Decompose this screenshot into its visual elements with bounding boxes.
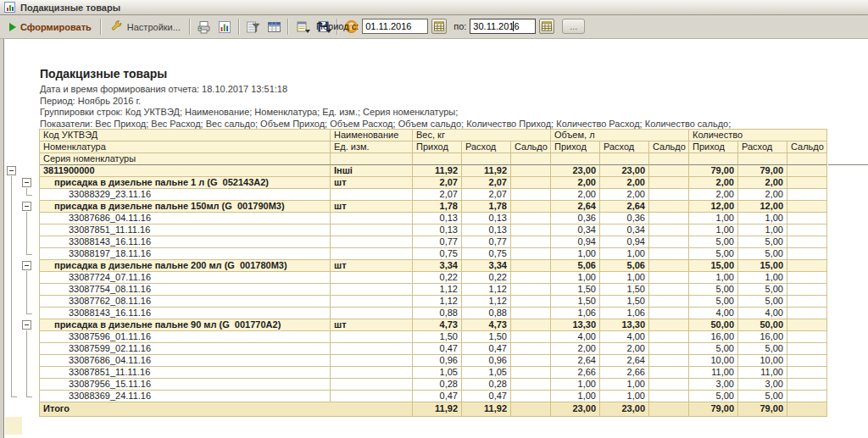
cell-value[interactable]	[787, 379, 827, 391]
cell-value[interactable]: 12,00	[738, 201, 787, 213]
cell-value[interactable]	[511, 343, 551, 355]
cell-name[interactable]: 33087686_04.11.16	[40, 213, 331, 225]
cell-unit[interactable]	[331, 379, 413, 391]
cell-value[interactable]	[511, 284, 551, 296]
cell-value[interactable]: 11,92	[462, 402, 511, 417]
cell-name[interactable]: 3811900000	[40, 165, 331, 177]
cell-value[interactable]: 79,00	[689, 165, 738, 177]
cell-unit[interactable]	[331, 248, 413, 260]
cell-value[interactable]	[787, 248, 827, 260]
cell-value[interactable]: 2,66	[551, 367, 600, 379]
cell-value[interactable]: 3,34	[413, 260, 462, 272]
cell-value[interactable]	[649, 343, 689, 355]
cell-value[interactable]: 2,07	[413, 189, 462, 201]
cell-value[interactable]	[787, 189, 827, 201]
generate-button[interactable]: Сформировать	[3, 18, 97, 36]
cell-value[interactable]	[787, 296, 827, 308]
cell-value[interactable]	[511, 296, 551, 308]
cell-value[interactable]	[649, 355, 689, 367]
cell-value[interactable]: 2,64	[551, 355, 600, 367]
cell-value[interactable]	[511, 379, 551, 391]
cell-value[interactable]: 0,75	[413, 248, 462, 260]
cell-value[interactable]	[787, 367, 827, 379]
cell-unit[interactable]	[331, 331, 413, 343]
cell-value[interactable]: 1,00	[551, 379, 600, 391]
cell-value[interactable]: 2,00	[600, 189, 649, 201]
cell-value[interactable]	[787, 391, 827, 402]
cell-value[interactable]: 2,64	[600, 355, 649, 367]
cell-value[interactable]: 2,00	[551, 177, 600, 189]
cell-value[interactable]: 5,00	[689, 391, 738, 402]
cell-value[interactable]: 5,00	[689, 284, 738, 296]
cell-value[interactable]: 1,00	[689, 213, 738, 225]
cell-value[interactable]: 0,28	[462, 379, 511, 391]
cell-value[interactable]	[511, 165, 551, 177]
cell-value[interactable]	[787, 177, 827, 189]
cell-value[interactable]: 16,00	[738, 331, 787, 343]
cell-value[interactable]: 11,92	[462, 165, 511, 177]
cell-name[interactable]: 33088369_24.11.16	[40, 391, 331, 402]
cell-value[interactable]	[511, 367, 551, 379]
period-from-calendar-button[interactable]	[431, 19, 447, 34]
cell-value[interactable]: 1,50	[551, 296, 600, 308]
collapse-minus-icon[interactable]	[22, 320, 31, 330]
cell-value[interactable]: 23,00	[600, 402, 649, 417]
cell-value[interactable]: 0,36	[600, 213, 649, 225]
cell-value[interactable]	[787, 236, 827, 248]
cell-value[interactable]	[511, 201, 551, 213]
cell-value[interactable]	[511, 177, 551, 189]
cell-value[interactable]: 0,77	[462, 236, 511, 248]
cell-value[interactable]: 0,34	[600, 225, 649, 236]
cell-value[interactable]: 2,00	[551, 343, 600, 355]
cell-value[interactable]: 1,00	[600, 248, 649, 260]
period-to-calendar-button[interactable]	[539, 19, 554, 34]
cell-value[interactable]: 2,66	[600, 367, 649, 379]
cell-value[interactable]: 1,00	[738, 225, 787, 236]
cell-value[interactable]	[649, 189, 689, 201]
cell-value[interactable]	[649, 296, 689, 308]
cell-value[interactable]: 0,96	[462, 355, 511, 367]
cell-value[interactable]	[787, 355, 827, 367]
cell-value[interactable]	[511, 391, 551, 402]
cell-value[interactable]: 0,13	[462, 225, 511, 236]
cell-unit[interactable]	[331, 355, 413, 367]
cell-value[interactable]: 0,13	[462, 213, 511, 225]
cell-value[interactable]	[787, 331, 827, 343]
cell-value[interactable]	[649, 284, 689, 296]
cell-name[interactable]: 33087724_07.11.16	[40, 272, 331, 284]
cell-value[interactable]: 2,07	[462, 177, 511, 189]
cell-value[interactable]: 1,12	[462, 284, 511, 296]
cell-unit[interactable]	[331, 213, 413, 225]
cell-value[interactable]: 0,47	[413, 343, 462, 355]
cell-value[interactable]	[649, 319, 689, 331]
cell-value[interactable]	[511, 260, 551, 272]
cell-value[interactable]	[649, 260, 689, 272]
cell-value[interactable]: 1,00	[551, 272, 600, 284]
cell-value[interactable]	[649, 225, 689, 236]
cell-value[interactable]	[787, 213, 827, 225]
cell-value[interactable]: 15,00	[689, 260, 738, 272]
cell-value[interactable]	[511, 402, 551, 417]
cell-value[interactable]: 2,00	[738, 189, 787, 201]
cell-unit[interactable]: шт	[331, 260, 413, 272]
collapse-minus-icon[interactable]	[7, 166, 16, 175]
cell-value[interactable]: 2,64	[600, 201, 649, 213]
cell-value[interactable]: 12,00	[689, 201, 738, 213]
cell-value[interactable]: 1,06	[600, 308, 649, 319]
cell-value[interactable]: 2,64	[551, 201, 600, 213]
cell-value[interactable]: 2,07	[413, 177, 462, 189]
cell-value[interactable]: 0,22	[413, 272, 462, 284]
cell-value[interactable]: 10,00	[738, 355, 787, 367]
cell-value[interactable]: 4,00	[551, 331, 600, 343]
cell-value[interactable]	[511, 319, 551, 331]
cell-value[interactable]: 5,06	[551, 260, 600, 272]
open-settings-button[interactable]	[292, 18, 313, 36]
cell-value[interactable]: 2,00	[689, 189, 738, 201]
cell-value[interactable]: 79,00	[738, 165, 787, 177]
cell-value[interactable]: 1,06	[551, 308, 600, 319]
cell-unit[interactable]	[331, 284, 413, 296]
cell-value[interactable]: 0,94	[551, 236, 600, 248]
cell-unit[interactable]: шт	[331, 177, 413, 189]
cell-value[interactable]: 4,73	[413, 319, 462, 331]
cell-unit[interactable]	[331, 189, 413, 201]
